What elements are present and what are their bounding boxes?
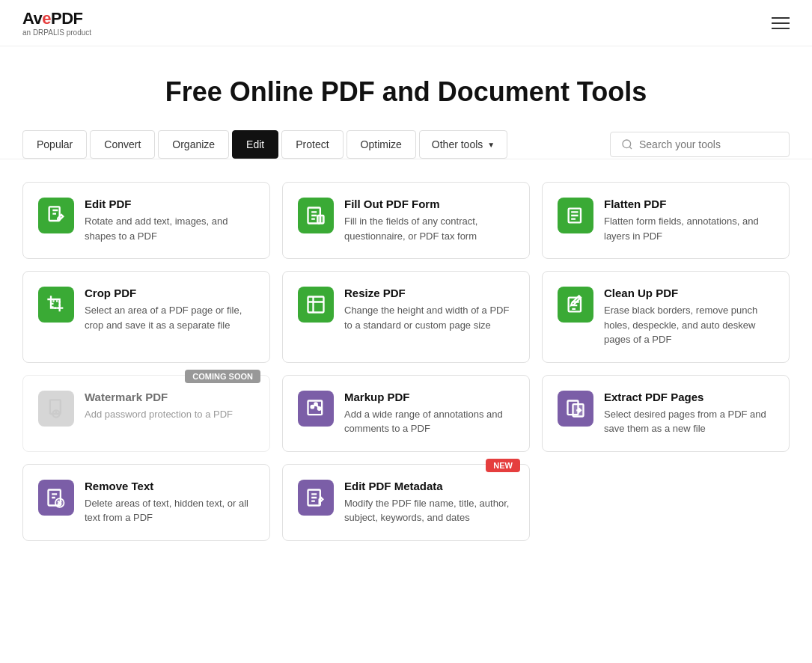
card-content-markup-pdf: Markup PDF Add a wide range of annotatio…	[344, 391, 514, 436]
card-title-clean-up-pdf: Clean Up PDF	[604, 287, 774, 299]
tab-protect[interactable]: Protect	[281, 130, 343, 159]
card-title-edit-pdf-metadata: Edit PDF Metadata	[344, 480, 514, 492]
hero-section: Free Online PDF and Document Tools	[0, 46, 812, 130]
hero-title: Free Online PDF and Document Tools	[15, 76, 797, 108]
svg-rect-4	[317, 216, 323, 224]
card-icon-edit-pdf-metadata	[298, 480, 334, 516]
svg-line-1	[629, 147, 632, 149]
card-desc-edit-pdf-metadata: Modify the PDF file name, title, author,…	[344, 496, 514, 525]
card-icon-extract-pdf-pages	[558, 391, 593, 427]
card-icon-clean-up-pdf	[558, 287, 593, 323]
card-title-crop-pdf: Crop PDF	[85, 287, 254, 299]
header: AvePDF an DRPALIS product	[0, 0, 812, 46]
svg-point-0	[623, 140, 631, 148]
card-desc-remove-text: Delete areas of text, hidden text, or al…	[85, 496, 254, 525]
card-content-edit-pdf: Edit PDF Rotate and add text, images, an…	[85, 198, 254, 243]
card-watermark-pdf[interactable]: coming soon Watermark PDF Add password p…	[22, 375, 270, 452]
card-edit-pdf-metadata[interactable]: NEW Edit PDF Metadata Modify the PDF fil…	[282, 464, 530, 541]
card-title-markup-pdf: Markup PDF	[344, 391, 514, 403]
card-content-fill-out-pdf-form: Fill Out PDF Form Fill in the fields of …	[344, 198, 514, 243]
card-content-crop-pdf: Crop PDF Select an area of a PDF page or…	[85, 287, 254, 332]
card-content-edit-pdf-metadata: Edit PDF Metadata Modify the PDF file na…	[344, 480, 514, 525]
search-icon	[621, 138, 633, 150]
card-icon-resize-pdf	[298, 287, 334, 323]
card-desc-clean-up-pdf: Erase black borders, remove punch holes,…	[604, 303, 774, 347]
card-desc-watermark-pdf: Add password protection to a PDF	[85, 407, 254, 422]
card-title-resize-pdf: Resize PDF	[344, 287, 514, 299]
card-flatten-pdf[interactable]: Flatten PDF Flatten form fields, annotat…	[542, 182, 790, 259]
logo[interactable]: AvePDF an DRPALIS product	[22, 9, 91, 37]
nav-tabs: Popular Convert Organize Edit Protect Op…	[22, 130, 507, 159]
coming-soon-badge: coming soon	[185, 370, 260, 383]
cards-grid: Edit PDF Rotate and add text, images, an…	[0, 159, 812, 563]
card-title-edit-pdf: Edit PDF	[85, 198, 254, 210]
search-input[interactable]	[639, 138, 778, 150]
nav-bar: Popular Convert Organize Edit Protect Op…	[0, 130, 812, 159]
card-content-watermark-pdf: Watermark PDF Add password protection to…	[85, 391, 254, 422]
card-extract-pdf-pages[interactable]: Extract PDF Pages Select desired pages f…	[542, 375, 790, 452]
card-clean-up-pdf[interactable]: Clean Up PDF Erase black borders, remove…	[542, 271, 790, 363]
card-desc-edit-pdf: Rotate and add text, images, and shapes …	[85, 214, 254, 243]
hamburger-button[interactable]	[772, 17, 790, 29]
card-content-remove-text: Remove Text Delete areas of text, hidden…	[85, 480, 254, 525]
card-title-flatten-pdf: Flatten PDF	[604, 198, 774, 210]
card-desc-extract-pdf-pages: Select desired pages from a PDF and save…	[604, 407, 774, 436]
card-fill-out-pdf-form[interactable]: Fill Out PDF Form Fill in the fields of …	[282, 182, 530, 259]
card-title-watermark-pdf: Watermark PDF	[85, 391, 254, 403]
card-markup-pdf[interactable]: Markup PDF Add a wide range of annotatio…	[282, 375, 530, 452]
card-icon-fill-out-pdf-form	[298, 198, 334, 233]
card-desc-markup-pdf: Add a wide range of annotations and comm…	[344, 407, 514, 436]
card-crop-pdf[interactable]: Crop PDF Select an area of a PDF page or…	[22, 271, 270, 363]
other-tools-button[interactable]: Other tools ▼	[419, 130, 507, 159]
card-desc-crop-pdf: Select an area of a PDF page or file, cr…	[85, 303, 254, 332]
search-box	[610, 132, 790, 157]
card-content-resize-pdf: Resize PDF Change the height and width o…	[344, 287, 514, 332]
card-desc-resize-pdf: Change the height and width of a PDF to …	[344, 303, 514, 332]
svg-rect-7	[308, 297, 324, 313]
card-desc-fill-out-pdf-form: Fill in the fields of any contract, ques…	[344, 214, 514, 243]
card-title-fill-out-pdf-form: Fill Out PDF Form	[344, 198, 514, 210]
card-content-extract-pdf-pages: Extract PDF Pages Select desired pages f…	[604, 391, 774, 436]
card-content-clean-up-pdf: Clean Up PDF Erase black borders, remove…	[604, 287, 774, 347]
other-tools-label: Other tools	[432, 138, 483, 150]
tab-optimize[interactable]: Optimize	[347, 130, 416, 159]
tab-organize[interactable]: Organize	[158, 130, 229, 159]
card-title-extract-pdf-pages: Extract PDF Pages	[604, 391, 774, 403]
card-desc-flatten-pdf: Flatten form fields, annotations, and la…	[604, 214, 774, 243]
card-title-remove-text: Remove Text	[85, 480, 254, 492]
card-icon-crop-pdf	[38, 287, 74, 323]
card-icon-edit-pdf	[38, 198, 74, 233]
card-icon-remove-text	[38, 480, 74, 516]
card-edit-pdf[interactable]: Edit PDF Rotate and add text, images, an…	[22, 182, 270, 259]
tab-popular[interactable]: Popular	[22, 130, 87, 159]
logo-text: AvePDF	[22, 9, 91, 28]
logo-subtitle: an DRPALIS product	[22, 28, 91, 37]
svg-rect-6	[52, 301, 59, 308]
new-badge: NEW	[486, 459, 520, 472]
card-content-flatten-pdf: Flatten PDF Flatten form fields, annotat…	[604, 198, 774, 243]
tab-convert[interactable]: Convert	[90, 130, 155, 159]
card-icon-watermark-pdf	[38, 391, 74, 427]
chevron-down-icon: ▼	[487, 141, 495, 149]
card-icon-markup-pdf	[298, 391, 334, 427]
card-icon-flatten-pdf	[558, 198, 593, 233]
tab-edit[interactable]: Edit	[232, 130, 278, 159]
card-resize-pdf[interactable]: Resize PDF Change the height and width o…	[282, 271, 530, 363]
card-remove-text[interactable]: Remove Text Delete areas of text, hidden…	[22, 464, 270, 541]
